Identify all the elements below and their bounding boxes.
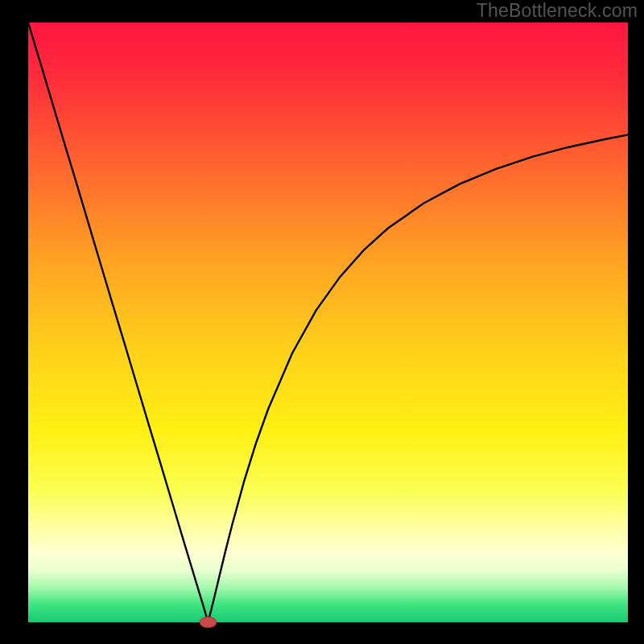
chart-frame: TheBottleneck.com (0, 0, 644, 644)
bottleneck-chart (0, 0, 644, 644)
watermark-text: TheBottleneck.com (477, 0, 638, 22)
min-marker (200, 617, 217, 627)
